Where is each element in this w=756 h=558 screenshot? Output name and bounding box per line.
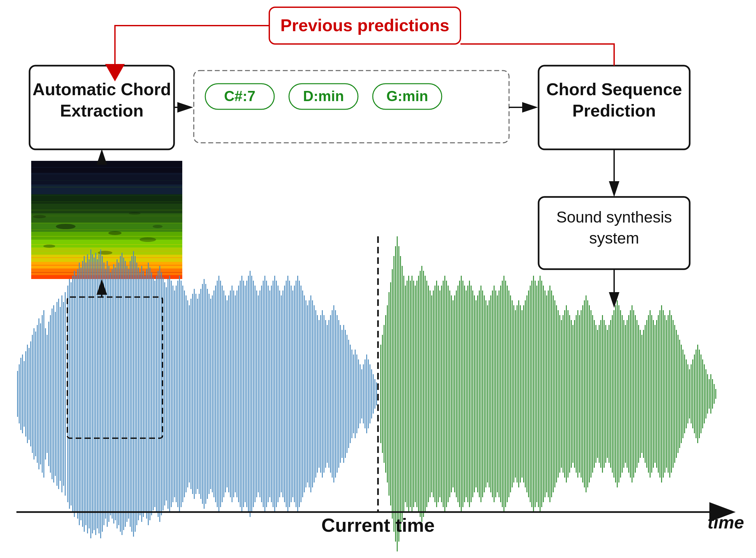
- previous-predictions-arrow-path: [460, 44, 614, 66]
- svg-rect-108: [123, 258, 124, 530]
- svg-rect-214: [297, 276, 298, 512]
- svg-rect-253: [361, 369, 362, 418]
- svg-rect-168: [222, 285, 223, 502]
- svg-rect-335: [498, 290, 499, 497]
- svg-rect-5: [31, 161, 182, 173]
- svg-rect-442: [674, 325, 675, 463]
- svg-rect-102: [113, 264, 114, 524]
- svg-point-36: [56, 224, 76, 229]
- svg-rect-200: [274, 276, 275, 512]
- sound-synthesis-label-line1: Sound synthesis: [556, 208, 672, 226]
- svg-rect-170: [225, 296, 226, 492]
- svg-rect-288: [421, 266, 422, 522]
- svg-rect-77: [72, 276, 73, 512]
- svg-rect-204: [281, 296, 282, 492]
- svg-rect-201: [276, 281, 277, 507]
- svg-rect-152: [195, 294, 196, 494]
- svg-rect-251: [358, 359, 359, 428]
- svg-rect-328: [487, 305, 488, 482]
- svg-point-41: [153, 225, 163, 228]
- svg-rect-12: [31, 232, 182, 239]
- svg-rect-96: [103, 262, 104, 525]
- svg-rect-166: [218, 276, 219, 512]
- svg-rect-329: [489, 300, 490, 487]
- svg-rect-153: [197, 299, 198, 489]
- svg-rect-216: [300, 285, 301, 502]
- svg-rect-65: [52, 308, 52, 479]
- svg-rect-98: [107, 261, 108, 527]
- svg-rect-175: [233, 290, 234, 497]
- svg-rect-258: [369, 364, 370, 424]
- svg-rect-136: [169, 276, 170, 512]
- svg-rect-250: [356, 355, 357, 433]
- svg-rect-364: [546, 296, 547, 492]
- svg-rect-340: [507, 285, 508, 502]
- svg-rect-422: [641, 335, 642, 453]
- svg-rect-439: [669, 310, 670, 478]
- svg-rect-431: [656, 320, 657, 468]
- svg-rect-418: [635, 315, 636, 473]
- svg-rect-128: [156, 276, 157, 512]
- svg-rect-353: [528, 290, 529, 497]
- svg-rect-103: [115, 268, 116, 520]
- svg-rect-260: [373, 374, 374, 413]
- svg-rect-83: [82, 261, 83, 527]
- svg-rect-261: [374, 379, 375, 409]
- svg-rect-438: [668, 315, 669, 473]
- svg-rect-62: [47, 335, 48, 453]
- svg-rect-49: [25, 351, 26, 436]
- svg-rect-408: [618, 305, 619, 482]
- svg-rect-327: [485, 300, 486, 487]
- svg-rect-284: [415, 285, 416, 502]
- svg-rect-387: [584, 300, 585, 487]
- svg-rect-61: [45, 328, 46, 459]
- svg-rect-435: [663, 310, 664, 478]
- svg-rect-164: [215, 285, 216, 502]
- svg-rect-126: [153, 277, 154, 510]
- svg-rect-247: [351, 350, 352, 438]
- svg-rect-249: [355, 350, 356, 438]
- svg-rect-464: [710, 374, 711, 413]
- svg-rect-380: [572, 325, 574, 463]
- svg-rect-331: [492, 290, 493, 497]
- svg-rect-377: [567, 310, 568, 478]
- svg-rect-167: [220, 281, 221, 507]
- svg-rect-337: [502, 281, 503, 507]
- svg-rect-295: [433, 290, 434, 497]
- svg-rect-133: [164, 282, 165, 506]
- svg-rect-194: [264, 276, 265, 512]
- svg-rect-338: [504, 276, 505, 512]
- svg-rect-242: [343, 325, 344, 463]
- svg-rect-73: [65, 292, 66, 496]
- svg-rect-85: [86, 262, 87, 525]
- svg-rect-300: [441, 285, 442, 502]
- svg-rect-58: [40, 323, 41, 464]
- svg-rect-296: [435, 285, 436, 502]
- svg-rect-324: [481, 285, 482, 502]
- svg-rect-70: [60, 307, 61, 481]
- svg-point-39: [43, 245, 55, 248]
- svg-rect-321: [475, 300, 477, 487]
- svg-rect-210: [291, 285, 292, 502]
- svg-rect-172: [228, 296, 229, 492]
- svg-rect-47: [22, 355, 23, 433]
- svg-rect-161: [210, 299, 211, 489]
- svg-rect-212: [294, 285, 295, 502]
- svg-rect-448: [684, 355, 685, 433]
- svg-rect-271: [393, 256, 394, 532]
- svg-rect-361: [541, 281, 542, 507]
- svg-rect-367: [551, 290, 552, 497]
- svg-rect-225: [315, 310, 316, 478]
- time-label: time: [707, 512, 744, 532]
- svg-rect-363: [544, 290, 545, 497]
- svg-rect-88: [90, 250, 91, 538]
- svg-rect-359: [538, 281, 539, 507]
- svg-rect-334: [497, 296, 498, 492]
- svg-rect-304: [448, 285, 448, 502]
- svg-rect-183: [246, 281, 247, 507]
- svg-rect-293: [430, 290, 431, 497]
- svg-rect-60: [43, 310, 44, 478]
- svg-rect-45: [19, 364, 20, 424]
- svg-rect-180: [241, 276, 242, 512]
- svg-rect-209: [289, 281, 290, 507]
